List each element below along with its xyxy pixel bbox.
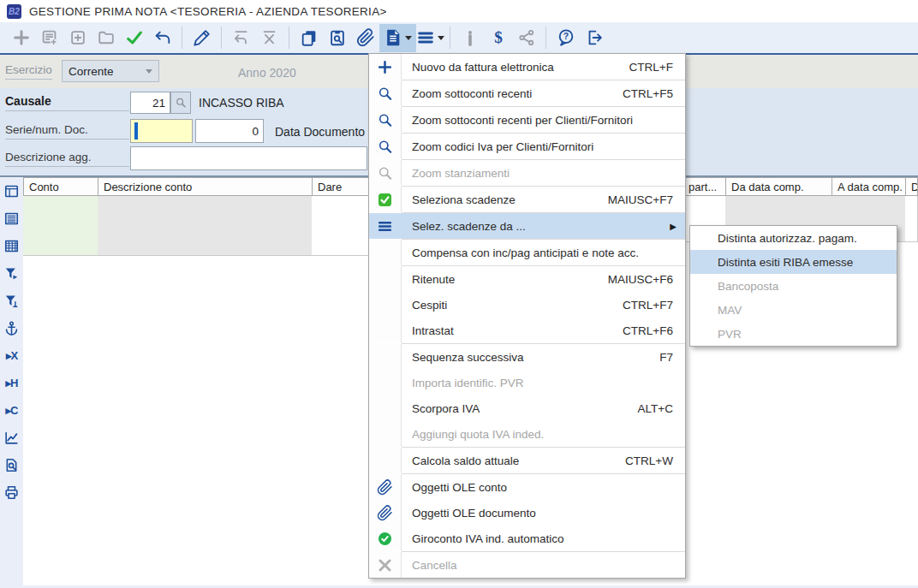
confirm-button[interactable] [120, 24, 148, 52]
x-big-icon [377, 557, 393, 573]
doc-search-icon [3, 457, 20, 473]
menu-item-cespiti[interactable]: CespitiCTRL+F7 [369, 292, 685, 318]
paperclip-icon [377, 479, 393, 496]
submenu-item-pvr: PVR [690, 322, 897, 346]
menu-item-zoom-sottoconti-recenti-per-clienti-fornitori[interactable]: Zoom sottoconti recenti per Clienti/Forn… [369, 107, 685, 133]
toolbar-separator [289, 27, 289, 49]
copy-button[interactable] [295, 24, 323, 52]
menu-item-label: Sequenza successiva [402, 351, 524, 364]
menu-item-label: Aggiungi quota IVA inded. [402, 428, 544, 441]
menu-item-label: Scorpora IVA [402, 402, 480, 415]
menu-item-shortcut: MAIUSC+F7 [608, 193, 685, 206]
descrizione-label: Descrizione agg. [5, 151, 129, 167]
document-menu-button[interactable] [379, 24, 416, 52]
edit-button[interactable] [188, 24, 216, 52]
toolbar-separator [545, 27, 546, 49]
restore-row-button [227, 24, 255, 52]
menu-icon-gutter [369, 292, 402, 318]
grid-cell[interactable] [98, 196, 313, 256]
menu-icon-gutter [369, 421, 402, 447]
text-cursor [134, 122, 138, 140]
sidebar-button-filter-apply[interactable] [3, 265, 20, 282]
submenu-item-distinta-autorizzaz-pagam[interactable]: Distinta autorizzaz. pagam. [690, 226, 897, 250]
menu-item-zoom-stanziamenti: Zoom stanziamenti [369, 160, 685, 186]
menu-item-scorpora-iva[interactable]: Scorpora IVAALT+C [369, 395, 685, 421]
menu-item-zoom-codici-iva-per-clienti-fornitori[interactable]: Zoom codici Iva per Clienti/Fornitori [369, 134, 685, 159]
plus-icon [12, 28, 31, 47]
serie-input[interactable] [130, 119, 193, 143]
sidebar-button-view-form[interactable] [3, 183, 20, 199]
clipboard-search-button[interactable] [323, 24, 351, 52]
sidebar-button-filter-pin[interactable] [3, 293, 20, 309]
menu-item-selez-scadenze-da[interactable]: Selez. scadenze da ...▶ [369, 213, 685, 239]
esercizio-label: Esercizio [5, 63, 52, 80]
menu-item-zoom-sottoconti-recenti[interactable]: Zoom sottoconti recentiCTRL+F5 [369, 80, 685, 106]
sidebar-button-chart[interactable] [3, 430, 20, 446]
sidebar-button-print[interactable] [3, 484, 20, 501]
printer-icon [3, 484, 20, 501]
sidebar-button-anchor[interactable] [3, 320, 20, 336]
menu-item-label: Intrastat [402, 324, 454, 337]
menu-item-giroconto-iva-ind-automatico[interactable]: Giroconto IVA ind. automatico [369, 526, 685, 551]
causale-description: INCASSO RIBA [199, 96, 284, 110]
currency-button[interactable]: $ [484, 24, 512, 52]
toolbar-separator [221, 27, 222, 49]
menu-item-oggetti-ole-documento[interactable]: Oggetti OLE documento [369, 500, 685, 526]
menu-item-oggetti-ole-conto[interactable]: Oggetti OLE conto [369, 474, 685, 500]
menu-icon-gutter [369, 370, 402, 395]
dropdown-caret-icon [438, 36, 444, 40]
menu-item-label: Cespiti [402, 299, 447, 312]
sidebar-button-preview[interactable] [3, 457, 20, 473]
grid-cell[interactable] [23, 196, 98, 256]
sidebar-button-goto-c[interactable]: ▸C [3, 402, 20, 419]
causale-lookup-button[interactable] [170, 92, 191, 114]
menu-item-label: Giroconto IVA ind. automatico [402, 532, 564, 545]
form-grid-icon [3, 183, 20, 199]
doc-menu-icon [384, 28, 402, 47]
help-button[interactable]: ? [551, 24, 580, 52]
menu-item-sequenza-successiva[interactable]: Sequenza successivaF7 [369, 344, 685, 370]
undo-button[interactable] [148, 24, 176, 52]
sidebar-button-goto-h[interactable]: ▸H [3, 375, 20, 391]
sidebar-button-goto-x[interactable]: ▸X [3, 347, 20, 364]
menu-item-intrastat[interactable]: IntrastatCTRL+F6 [369, 318, 685, 343]
toolbar-separator [182, 27, 182, 49]
menu-icon-gutter [369, 160, 402, 186]
menu-item-label: Calcola saldo attuale [402, 454, 519, 467]
descrizione-input[interactable] [130, 146, 367, 170]
grid-cell[interactable] [905, 196, 918, 242]
menu-item-calcola-saldo-attuale[interactable]: Calcola saldo attualeCTRL+W [369, 448, 685, 473]
menu-item-nuovo-da-fattura-elettronica[interactable]: Nuovo da fattura elettronicaCTRL+F [369, 54, 685, 80]
menu-icon-gutter [369, 474, 402, 500]
menu-item-label: Seleziona scadenze [402, 193, 516, 206]
menu-icon-gutter [369, 187, 402, 212]
column-header-a-data-comp: A data comp. [832, 177, 906, 196]
menu-item-seleziona-scadenze[interactable]: Seleziona scadenzeMAIUSC+F7 [369, 187, 685, 212]
menu-item-ritenute[interactable]: RitenuteMAIUSC+F6 [369, 266, 685, 292]
esercizio-select[interactable]: Corrente [62, 60, 159, 82]
insert-button [63, 24, 92, 52]
numero-doc-input[interactable]: 0 [195, 119, 264, 143]
submenu-item-bancoposta: Bancoposta [690, 274, 897, 298]
exit-button[interactable] [580, 24, 608, 52]
magnifier-icon [377, 165, 393, 181]
menu-icon-gutter [369, 266, 402, 292]
causale-code-input[interactable]: 21 [130, 92, 170, 114]
menu-item-label: Oggetti OLE conto [402, 481, 507, 494]
folder-icon [97, 28, 116, 47]
plus-icon [377, 59, 393, 75]
menu-icon-gutter [369, 213, 402, 239]
menu-item-shortcut: CTRL+F6 [623, 324, 685, 337]
attachments-button[interactable] [351, 24, 379, 52]
sidebar-button-view-grid[interactable] [3, 238, 20, 254]
chart-icon [3, 430, 20, 446]
sidebar-button-view-list[interactable] [3, 211, 20, 227]
options-menu-button[interactable] [416, 24, 444, 52]
menu-item-compensa-con-inc-pag-anticipati-e-note-acc[interactable]: Compensa con inc/pag anticipati e note a… [369, 240, 685, 265]
dropdown-caret-icon [405, 36, 412, 40]
menu-item-label: Selez. scadenze da ... [402, 220, 526, 233]
menu-item-label: Ritenute [402, 273, 455, 286]
submenu-item-distinta-esiti-riba-emesse[interactable]: Distinta esiti RIBA emesse [690, 250, 897, 274]
chevron-down-icon [146, 69, 152, 74]
anno-label: Anno 2020 [238, 66, 296, 80]
